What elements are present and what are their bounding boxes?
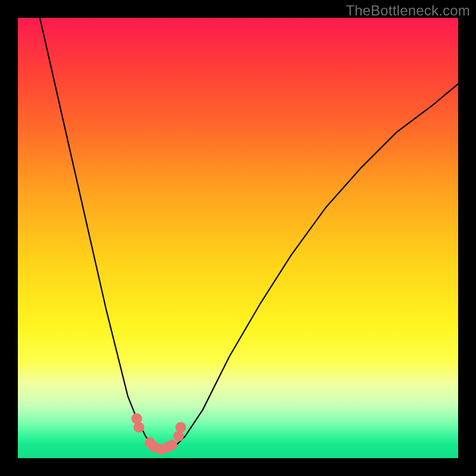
marker-dot [134,422,145,433]
chart-svg [18,18,458,458]
marker-dot [176,422,186,433]
marker-dot [167,440,177,450]
chart-frame: TheBottleneck.com [0,0,476,476]
watermark-text: TheBottleneck.com [346,2,470,19]
plot-area [18,18,458,458]
marker-dots [131,413,186,455]
bottleneck-curve [40,18,458,449]
